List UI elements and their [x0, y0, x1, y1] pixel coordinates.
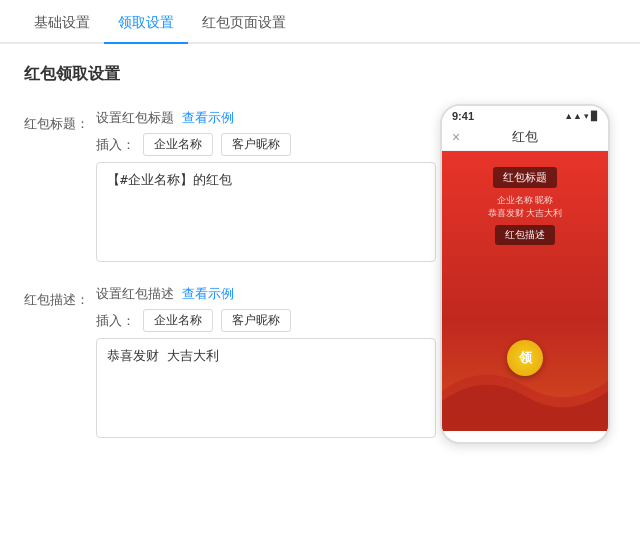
phone-header-title: 红包 — [512, 128, 538, 146]
title-insert-label: 插入： — [96, 136, 135, 154]
phone-time: 9:41 — [452, 110, 474, 122]
tab-basic[interactable]: 基础设置 — [20, 4, 104, 42]
title-insert-company-btn[interactable]: 企业名称 — [143, 133, 213, 156]
tabs-bar: 基础设置 领取设置 红包页面设置 — [0, 0, 640, 44]
preview-subtitle: 企业名称 昵称 恭喜发财 大吉大利 — [488, 194, 563, 219]
phone-content: 红包标题 企业名称 昵称 恭喜发财 大吉大利 红包描述 — [454, 167, 596, 245]
phone-header: × 红包 — [442, 124, 608, 151]
battery-icon: ▉ — [591, 111, 598, 121]
title-example-link[interactable]: 查看示例 — [182, 109, 234, 127]
phone-status-bar: 9:41 ▲▲ ▾ ▉ — [442, 106, 608, 124]
tab-page[interactable]: 红包页面设置 — [188, 4, 300, 42]
preview-desc-tag: 红包描述 — [495, 225, 555, 245]
desc-insert-label: 插入： — [96, 312, 135, 330]
page-title: 红包领取设置 — [24, 64, 616, 85]
desc-example-link[interactable]: 查看示例 — [182, 285, 234, 303]
desc-insert-nickname-btn[interactable]: 客户昵称 — [221, 309, 291, 332]
preview-subtitle-line2: 恭喜发财 大吉大利 — [488, 208, 563, 218]
preview-subtitle-line1: 企业名称 昵称 — [497, 195, 554, 205]
wifi-icon: ▾ — [584, 111, 589, 121]
title-insert-nickname-btn[interactable]: 客户昵称 — [221, 133, 291, 156]
phone-preview: 9:41 ▲▲ ▾ ▉ × 红包 红包标题 企业名称 昵称 — [440, 104, 610, 444]
tab-receive[interactable]: 领取设置 — [104, 4, 188, 42]
desc-insert-company-btn[interactable]: 企业名称 — [143, 309, 213, 332]
desc-textarea[interactable]: 恭喜发财 大吉大利 — [96, 338, 436, 438]
page-container: 基础设置 领取设置 红包页面设置 红包领取设置 红包标题： 设置红包标题 查看示… — [0, 0, 640, 550]
title-desc-text: 设置红包标题 — [96, 109, 174, 127]
signal-icon: ▲▲ — [564, 111, 582, 121]
phone-coin-button: 领 — [507, 340, 543, 376]
phone-body: 红包标题 企业名称 昵称 恭喜发财 大吉大利 红包描述 领 — [442, 151, 608, 431]
content-area: 红包领取设置 红包标题： 设置红包标题 查看示例 插入： 企业名称 客户昵称 【… — [0, 44, 640, 481]
close-icon: × — [452, 129, 460, 145]
preview-title-tag: 红包标题 — [493, 167, 557, 188]
title-label: 红包标题： — [24, 109, 96, 133]
title-textarea[interactable]: 【#企业名称】的红包 — [96, 162, 436, 262]
desc-label: 红包描述： — [24, 285, 96, 309]
desc-desc-text: 设置红包描述 — [96, 285, 174, 303]
phone-status-icons: ▲▲ ▾ ▉ — [564, 111, 598, 121]
